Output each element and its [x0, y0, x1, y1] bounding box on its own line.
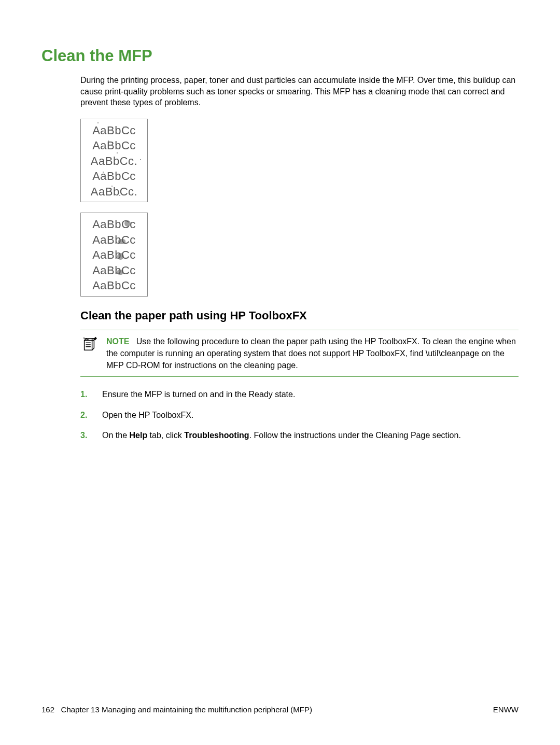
- step-number: 3.: [80, 429, 90, 441]
- sample-text-line: AaBbCc: [92, 263, 136, 278]
- step-item: 2. Open the HP ToolboxFX.: [80, 409, 519, 421]
- content-body: During the printing process, paper, tone…: [80, 75, 519, 441]
- note-text: NOTE Use the following procedure to clea…: [106, 335, 519, 372]
- sample-text-line: AaBbCc: [92, 217, 136, 232]
- step-text: Open the HP ToolboxFX.: [102, 409, 193, 421]
- footer-left: 162 Chapter 13 Managing and maintaining …: [41, 705, 312, 714]
- sample-text-line: AaBbCc.: [91, 154, 137, 168]
- sample-text-line: AaBbCc: [92, 278, 136, 293]
- step-text: On the Help tab, click Troubleshooting. …: [102, 429, 461, 441]
- step-number: 1.: [80, 388, 90, 400]
- page-number: 162: [41, 705, 54, 714]
- page-heading: Clean the MFP: [41, 47, 519, 65]
- footer-right: ENWW: [493, 705, 519, 714]
- step-number: 2.: [80, 409, 90, 421]
- step-item: 1. Ensure the MFP is turned on and in th…: [80, 388, 519, 400]
- smear-mark-icon: [117, 270, 123, 275]
- section-subheading: Clean the paper path using HP ToolboxFX: [80, 309, 519, 322]
- sample-text-line: AaBbCc: [92, 169, 136, 184]
- sample-text-line: AaBbCc.: [91, 185, 137, 199]
- sample-text-line: AaBbCc: [92, 138, 136, 153]
- note-label: NOTE: [106, 337, 129, 346]
- print-sample-specks: AaBbCc AaBbCc AaBbCc. AaBbCc AaBbCc.: [80, 119, 148, 203]
- smear-mark-icon: [118, 239, 125, 244]
- note-callout: NOTE Use the following procedure to clea…: [80, 330, 519, 377]
- intro-paragraph: During the printing process, paper, tone…: [80, 75, 519, 108]
- note-icon: [80, 335, 98, 372]
- note-body: Use the following procedure to clean the…: [106, 337, 516, 370]
- chapter-title: Chapter 13 Managing and maintaining the …: [61, 705, 312, 714]
- sample-text-line: AaBbCc: [92, 248, 136, 262]
- step-item: 3. On the Help tab, click Troubleshootin…: [80, 429, 519, 441]
- sample-text-line: AaBbCc: [92, 233, 136, 247]
- step-text: Ensure the MFP is turned on and in the R…: [102, 388, 295, 400]
- ordered-steps: 1. Ensure the MFP is turned on and in th…: [80, 388, 519, 441]
- print-sample-smear: AaBbCc AaBbCc AaBbCc AaBbCc AaBbCc: [80, 213, 148, 297]
- page-footer: 162 Chapter 13 Managing and maintaining …: [41, 705, 519, 714]
- document-page: Clean the MFP During the printing proces…: [0, 0, 560, 745]
- sample-text-line: AaBbCc: [92, 123, 136, 138]
